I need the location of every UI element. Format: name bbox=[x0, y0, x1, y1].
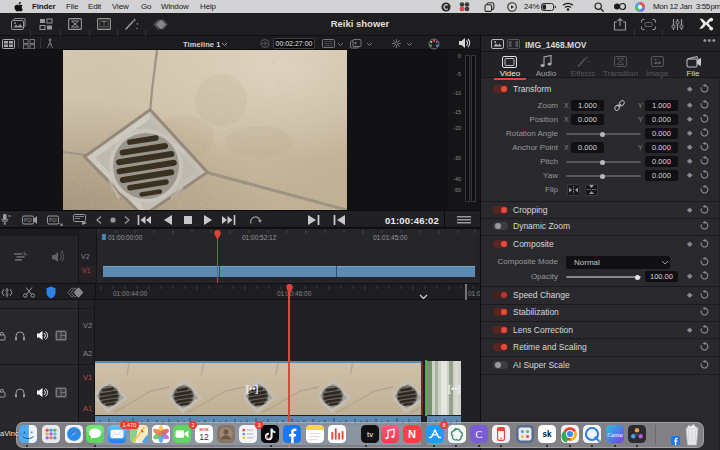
svg-text:12: 12 bbox=[199, 432, 209, 442]
svg-text:sk: sk bbox=[542, 430, 552, 439]
svg-text:tv: tv bbox=[367, 430, 373, 439]
svg-text:N: N bbox=[408, 428, 416, 440]
svg-text:Canva: Canva bbox=[607, 432, 623, 438]
svg-text:C: C bbox=[476, 429, 483, 440]
